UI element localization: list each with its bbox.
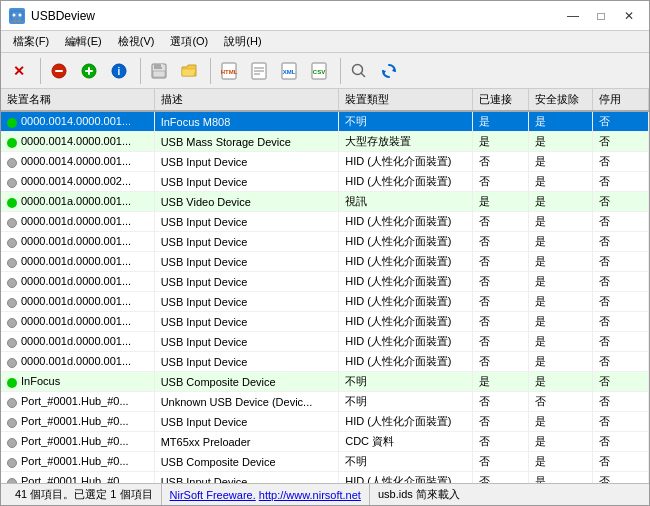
- search-button[interactable]: [345, 57, 373, 85]
- disconnect-button[interactable]: [45, 57, 73, 85]
- device-name-text: Port_#0001.Hub_#0...: [21, 455, 129, 467]
- cell-connected: 否: [472, 232, 528, 252]
- table-row[interactable]: 0000.0014.0000.001...USB Input DeviceHID…: [1, 152, 649, 172]
- refresh-button[interactable]: [375, 57, 403, 85]
- status-bar: 41 個項目。已選定 1 個項目 NirSoft Freeware. http:…: [1, 483, 649, 505]
- table-row[interactable]: 0000.0014.0000.001...USB Mass Storage De…: [1, 132, 649, 152]
- device-table-container[interactable]: 裝置名稱 描述 裝置類型 已連接 安全拔除 停用 0000.0014.0000.…: [1, 89, 649, 483]
- disconnected-dot: [7, 278, 17, 288]
- cell-desc: USB Input Device: [154, 312, 339, 332]
- cell-safe: 是: [529, 152, 593, 172]
- cell-desc: USB Input Device: [154, 472, 339, 484]
- device-name-text: 0000.0014.0000.001...: [21, 115, 131, 127]
- table-row[interactable]: InFocusUSB Composite Device不明是是否: [1, 372, 649, 392]
- info-button[interactable]: i: [105, 57, 133, 85]
- cell-desc: USB Input Device: [154, 212, 339, 232]
- cell-disabled: 否: [592, 352, 648, 372]
- table-row[interactable]: Port_#0001.Hub_#0...USB Composite Device…: [1, 452, 649, 472]
- table-row[interactable]: 0000.001d.0000.001...USB Input DeviceHID…: [1, 292, 649, 312]
- html-button[interactable]: HTML: [215, 57, 243, 85]
- table-row[interactable]: 0000.0014.0000.002...USB Input DeviceHID…: [1, 172, 649, 192]
- close-button[interactable]: ✕: [617, 6, 641, 26]
- cell-connected: 是: [472, 192, 528, 212]
- cell-safe: 是: [529, 252, 593, 272]
- table-row[interactable]: 0000.001d.0000.001...USB Input DeviceHID…: [1, 252, 649, 272]
- cell-connected: 否: [472, 472, 528, 484]
- csv-button[interactable]: CSV: [305, 57, 333, 85]
- save-icon: [150, 62, 168, 80]
- header-disabled[interactable]: 停用: [592, 89, 648, 111]
- cell-safe: 是: [529, 272, 593, 292]
- title-bar: USBDeview — □ ✕: [1, 1, 649, 31]
- header-connected[interactable]: 已連接: [472, 89, 528, 111]
- title-controls: — □ ✕: [561, 6, 641, 26]
- device-name-cell: Port_#0001.Hub_#0...: [1, 432, 154, 452]
- menu-options[interactable]: 選項(O): [162, 32, 216, 51]
- cell-connected: 是: [472, 111, 528, 132]
- table-row[interactable]: 0000.001d.0000.001...USB Input DeviceHID…: [1, 212, 649, 232]
- cell-type: 不明: [339, 392, 473, 412]
- menu-view[interactable]: 檢視(V): [110, 32, 163, 51]
- status-link-section: NirSoft Freeware. http://www.nirsoft.net: [162, 484, 370, 505]
- cell-disabled: 否: [592, 452, 648, 472]
- menu-help[interactable]: 說明(H): [216, 32, 269, 51]
- table-row[interactable]: 0000.001a.0000.001...USB Video Device視訊是…: [1, 192, 649, 212]
- text-button[interactable]: [245, 57, 273, 85]
- device-name-text: Port_#0001.Hub_#0...: [21, 395, 129, 407]
- ids-text: usb.ids 简來載入: [378, 487, 460, 502]
- device-name-cell: 0000.001d.0000.001...: [1, 312, 154, 332]
- xml-button[interactable]: XML: [275, 57, 303, 85]
- table-row[interactable]: Port_#0001.Hub_#0...USB Input DeviceHID …: [1, 412, 649, 432]
- device-name-cell: 0000.001d.0000.001...: [1, 252, 154, 272]
- header-safe-remove[interactable]: 安全拔除: [529, 89, 593, 111]
- table-row[interactable]: 0000.001d.0000.001...USB Input DeviceHID…: [1, 312, 649, 332]
- table-row[interactable]: Port_#0001.Hub_#0...USB Input DeviceHID …: [1, 472, 649, 484]
- svg-rect-7: [55, 70, 63, 72]
- main-window: USBDeview — □ ✕ 檔案(F) 編輯(E) 檢視(V) 選項(O) …: [0, 0, 650, 506]
- html-icon: HTML: [220, 62, 238, 80]
- cell-safe: 是: [529, 332, 593, 352]
- device-name-cell: Port_#0001.Hub_#0...: [1, 412, 154, 432]
- cell-type: HID (人性化介面裝置): [339, 332, 473, 352]
- nirsoft-link[interactable]: NirSoft Freeware.: [170, 489, 256, 501]
- menu-edit[interactable]: 編輯(E): [57, 32, 110, 51]
- cell-disabled: 否: [592, 392, 648, 412]
- table-row[interactable]: Port_#0001.Hub_#0...MT65xx PreloaderCDC …: [1, 432, 649, 452]
- save-button[interactable]: [145, 57, 173, 85]
- cell-desc: USB Input Device: [154, 412, 339, 432]
- cell-connected: 是: [472, 132, 528, 152]
- minimize-button[interactable]: —: [561, 6, 585, 26]
- table-row[interactable]: Port_#0001.Hub_#0...Unknown USB Device (…: [1, 392, 649, 412]
- header-device-name[interactable]: 裝置名稱: [1, 89, 154, 111]
- xml-icon: XML: [280, 62, 298, 80]
- cell-disabled: 否: [592, 472, 648, 484]
- disconnected-dot: [7, 238, 17, 248]
- device-name-cell: 0000.001d.0000.001...: [1, 272, 154, 292]
- connect-button[interactable]: [75, 57, 103, 85]
- table-row[interactable]: 0000.001d.0000.001...USB Input DeviceHID…: [1, 352, 649, 372]
- maximize-button[interactable]: □: [589, 6, 613, 26]
- svg-rect-15: [153, 71, 165, 77]
- cell-safe: 是: [529, 372, 593, 392]
- header-description[interactable]: 描述: [154, 89, 339, 111]
- table-row[interactable]: 0000.0014.0000.001...InFocus M808不明是是否: [1, 111, 649, 132]
- disconnected-dot: [7, 338, 17, 348]
- cell-desc: InFocus M808: [154, 111, 339, 132]
- cell-disabled: 否: [592, 272, 648, 292]
- nirsoft-url[interactable]: http://www.nirsoft.net: [259, 489, 361, 501]
- table-row[interactable]: 0000.001d.0000.001...USB Input DeviceHID…: [1, 272, 649, 292]
- menu-file[interactable]: 檔案(F): [5, 32, 57, 51]
- cell-safe: 是: [529, 172, 593, 192]
- table-row[interactable]: 0000.001d.0000.001...USB Input DeviceHID…: [1, 332, 649, 352]
- delete-button[interactable]: ✕: [5, 57, 33, 85]
- cell-desc: Unknown USB Device (Devic...: [154, 392, 339, 412]
- cell-type: HID (人性化介面裝置): [339, 152, 473, 172]
- device-name-cell: 0000.001a.0000.001...: [1, 192, 154, 212]
- open-button[interactable]: [175, 57, 203, 85]
- status-count: 41 個項目。已選定 1 個項目: [7, 484, 162, 505]
- header-device-type[interactable]: 裝置類型: [339, 89, 473, 111]
- disconnected-dot: [7, 418, 17, 428]
- table-row[interactable]: 0000.001d.0000.001...USB Input DeviceHID…: [1, 232, 649, 252]
- cell-safe: 是: [529, 432, 593, 452]
- cell-desc: USB Input Device: [154, 292, 339, 312]
